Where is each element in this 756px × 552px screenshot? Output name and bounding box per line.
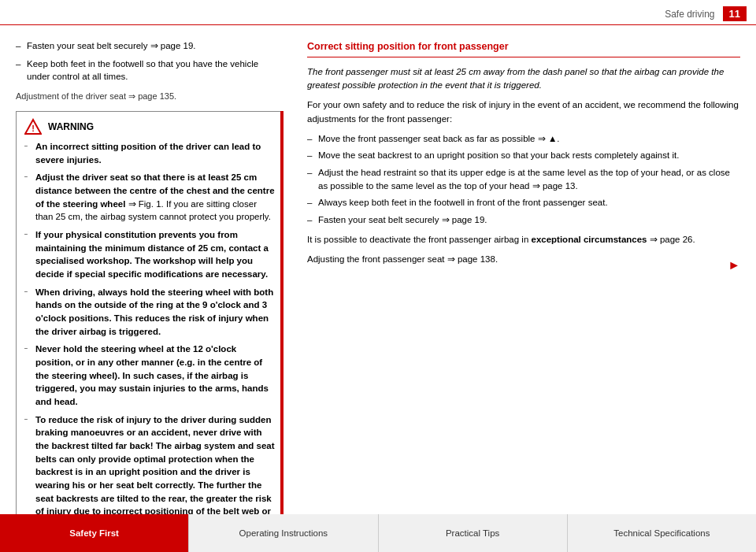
left-column: Fasten your seat belt securely ⇒ page 19… xyxy=(16,39,284,498)
italic-intro: The front passenger must sit at least 25… xyxy=(307,65,740,93)
warning-item-2: Adjust the driver seat so that there is … xyxy=(24,171,275,224)
warning-triangle-icon: ! xyxy=(24,118,42,135)
footer-tab-technical-label: Technical Specifications xyxy=(613,528,710,538)
footer-tab-practical-label: Practical Tips xyxy=(446,528,499,538)
right-column: Correct sitting position for front passe… xyxy=(307,39,740,498)
intro-paragraph: For your own safety and to reduce the ri… xyxy=(307,98,740,126)
next-page-arrow: ► xyxy=(728,256,740,275)
warning-box-wrapper: ! WARNING An incorrect sitting position … xyxy=(16,111,284,552)
warning-title: WARNING xyxy=(48,121,94,132)
warning-header: ! WARNING xyxy=(24,118,275,135)
footer-tab-safety[interactable]: Safety First xyxy=(0,514,189,552)
page-footer: Safety First Operating Instructions Prac… xyxy=(0,514,756,552)
bullet-feet: Keep both feet in the footwell so that y… xyxy=(16,57,284,83)
exceptional-paragraph: It is possible to deactivate the front p… xyxy=(307,233,740,246)
warning-item-4: When driving, always hold the steering w… xyxy=(24,286,275,339)
bullet-seatbelt: Fasten your seat belt securely ⇒ page 19… xyxy=(16,39,284,53)
right-bullet-4: Always keep both feet in the footwell in… xyxy=(307,196,740,209)
warning-red-bar xyxy=(280,111,284,552)
footer-tab-safety-label: Safety First xyxy=(69,528,119,538)
right-bullet-1: Move the front passenger seat back as fa… xyxy=(307,132,740,146)
footer-tab-practical[interactable]: Practical Tips xyxy=(379,514,568,552)
footer-tab-operating[interactable]: Operating Instructions xyxy=(189,514,378,552)
top-bullets: Fasten your seat belt securely ⇒ page 19… xyxy=(16,39,284,83)
right-bullet-5: Fasten your seat belt securely ⇒ page 19… xyxy=(307,213,740,227)
warning-item-1: An incorrect sitting position of the dri… xyxy=(24,140,275,166)
footer-tab-operating-label: Operating Instructions xyxy=(239,528,328,538)
warning-items-list: An incorrect sitting position of the dri… xyxy=(24,140,275,552)
page-number: 11 xyxy=(723,6,747,21)
right-bullet-3: Adjust the head restraint so that its up… xyxy=(307,166,740,192)
section-title: Correct sitting position for front passe… xyxy=(307,39,740,57)
warning-item-3: If your physical constitution prevents y… xyxy=(24,228,275,281)
main-content: Fasten your seat belt securely ⇒ page 19… xyxy=(0,25,756,498)
chapter-title: Safe driving xyxy=(665,9,714,20)
right-bullets: Move the front passenger seat back as fa… xyxy=(307,132,740,227)
adjusting-note: Adjusting the front passenger seat ⇒ pag… xyxy=(307,253,740,266)
footer-tab-technical[interactable]: Technical Specifications xyxy=(568,514,756,552)
exceptional-bold: exceptional circumstances xyxy=(531,235,647,244)
right-bullet-2: Move the seat backrest to an upright pos… xyxy=(307,149,740,162)
adjustment-note: Adjustment of the driver seat ⇒ page 135… xyxy=(16,91,284,102)
page-header: Safe driving 11 xyxy=(0,0,756,25)
warning-item-5: Never hold the steering wheel at the 12 … xyxy=(24,343,275,408)
svg-text:!: ! xyxy=(32,124,35,133)
warning-box: ! WARNING An incorrect sitting position … xyxy=(16,111,284,552)
